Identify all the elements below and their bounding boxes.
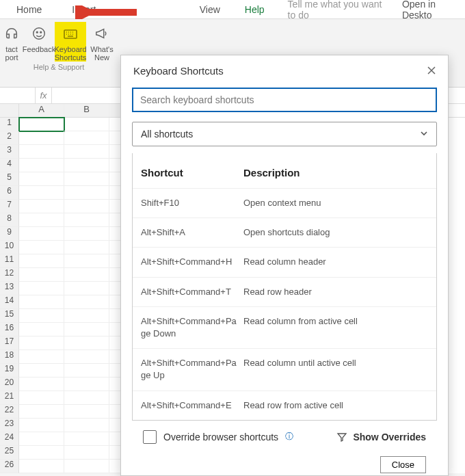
cell[interactable] [19,460,64,473]
filter-select[interactable]: All shortcuts [132,122,437,146]
cell[interactable] [19,254,64,268]
cell[interactable] [19,213,64,227]
cell[interactable] [19,268,64,282]
row-header[interactable]: 25 [0,446,19,460]
cell[interactable] [19,432,64,446]
shortcut-row[interactable]: Alt+Shift+Command+ERead row from active … [133,391,436,420]
whats-new-button[interactable]: What's New [86,22,118,62]
cell[interactable] [64,432,109,446]
cell[interactable] [64,254,109,268]
cell[interactable] [64,350,109,364]
shortcut-row[interactable]: Alt+Shift+Command+Page UpRead column unt… [133,348,436,390]
cell[interactable] [19,145,64,159]
fx-icon[interactable]: fx [36,88,52,103]
row-header[interactable]: 9 [0,227,19,241]
cell[interactable] [19,309,64,323]
cell[interactable] [64,295,109,309]
cell[interactable] [19,282,64,295]
row-header[interactable]: 4 [0,159,19,172]
row-header[interactable]: 16 [0,323,19,336]
shortcut-row[interactable]: Alt+Shift+Command+TRead row header [133,277,436,306]
close-button[interactable]: Close [380,456,426,473]
cell[interactable] [64,336,109,350]
row-header[interactable]: 6 [0,186,19,200]
cell[interactable] [19,131,64,145]
cell[interactable] [19,405,64,419]
cell[interactable] [19,227,64,241]
cell[interactable] [64,405,109,419]
feedback-button[interactable]: Feedback . [23,22,55,62]
row-header[interactable]: 23 [0,419,19,432]
override-checkbox[interactable] [143,430,157,444]
cell[interactable] [64,419,109,432]
col-header[interactable]: A [19,104,64,117]
override-checkbox-row[interactable]: Override browser shortcuts ⓘ [143,430,293,444]
cell[interactable] [19,419,64,432]
shortcut-row[interactable]: Alt+Shift+Command+Page DownRead column f… [133,306,436,348]
cell[interactable] [19,336,64,350]
cell[interactable] [19,172,64,186]
cell[interactable] [64,227,109,241]
cell[interactable] [64,172,109,186]
cell[interactable] [19,364,64,378]
tab-insert[interactable]: Insert [57,1,111,18]
row-header[interactable]: 8 [0,213,19,227]
row-header[interactable]: 22 [0,405,19,419]
cell[interactable] [19,446,64,460]
col-header[interactable]: B [64,104,109,117]
row-header[interactable]: 17 [0,336,19,350]
cell[interactable] [64,159,109,172]
row-header[interactable]: 24 [0,432,19,446]
cell[interactable] [19,391,64,405]
cell[interactable] [19,323,64,336]
row-header[interactable]: 20 [0,378,19,391]
row-header[interactable]: 18 [0,350,19,364]
row-header[interactable]: 10 [0,241,19,254]
cell[interactable] [64,391,109,405]
cell[interactable] [19,378,64,391]
cell[interactable] [19,200,64,213]
row-header[interactable]: 19 [0,364,19,378]
cell[interactable] [64,186,109,200]
shortcut-row[interactable]: Alt+Shift+Command+HRead column header [133,247,436,276]
name-box[interactable] [0,88,36,103]
cell[interactable] [19,295,64,309]
info-icon[interactable]: ⓘ [285,431,293,442]
show-overrides-button[interactable]: Show Overrides [336,432,426,442]
shortcut-row[interactable]: Alt+Shift+AOpen shortcuts dialog [133,217,436,247]
row-header[interactable]: 13 [0,282,19,295]
row-header[interactable]: 14 [0,295,19,309]
dialog-close-button[interactable] [427,66,436,77]
row-header[interactable]: 3 [0,145,19,159]
cell[interactable] [19,350,64,364]
row-header[interactable]: 7 [0,200,19,213]
cell[interactable] [64,145,109,159]
cell[interactable] [64,282,109,295]
cell[interactable] [64,200,109,213]
cell[interactable] [64,241,109,254]
row-header[interactable]: 26 [0,460,19,473]
select-all-corner[interactable] [0,104,19,117]
cell[interactable] [19,118,64,131]
row-header[interactable]: 15 [0,309,19,323]
contact-support-button[interactable]: tact port [0,22,23,62]
cell[interactable] [64,268,109,282]
cell[interactable] [19,186,64,200]
cell[interactable] [64,323,109,336]
shortcut-row[interactable]: Shift+F10Open context menu [133,188,436,217]
search-input[interactable] [132,88,437,112]
cell[interactable] [19,159,64,172]
row-header[interactable]: 11 [0,254,19,268]
cell[interactable] [64,118,109,131]
tab-view[interactable]: View [190,1,230,18]
tab-home[interactable]: Home [1,1,57,18]
keyboard-shortcuts-button[interactable]: Keyboard Shortcuts [55,22,86,62]
cell[interactable] [64,460,109,473]
row-header[interactable]: 5 [0,172,19,186]
cell[interactable] [64,378,109,391]
cell[interactable] [64,213,109,227]
cell[interactable] [64,446,109,460]
cell[interactable] [64,364,109,378]
row-header[interactable]: 1 [0,118,19,131]
row-header[interactable]: 12 [0,268,19,282]
